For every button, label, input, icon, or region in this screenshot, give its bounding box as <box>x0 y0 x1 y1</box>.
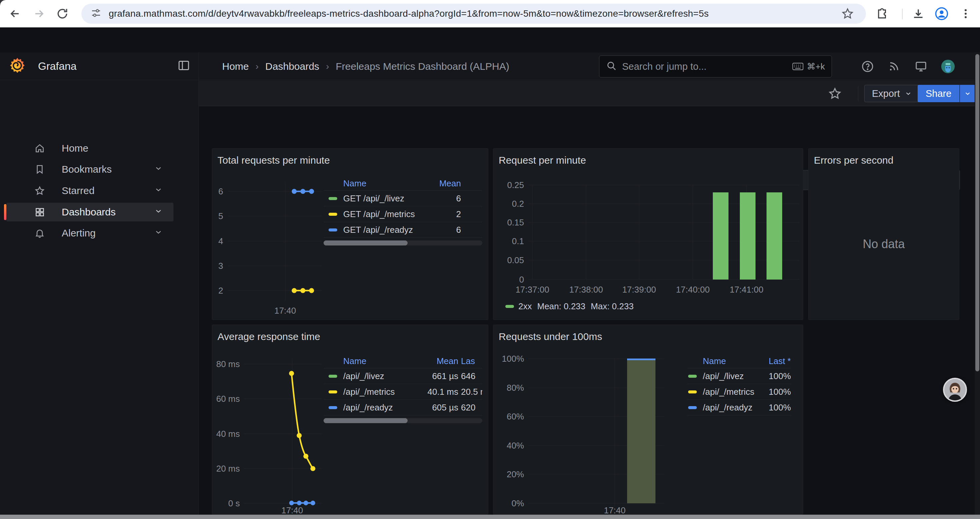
panel-average-response-time[interactable]: Average response time 80 ms 60 ms 40 ms … <box>212 325 488 515</box>
svg-text:60 ms: 60 ms <box>216 394 240 404</box>
chevron-down-icon <box>905 90 912 97</box>
sidebar-item-label: Home <box>62 143 88 154</box>
panel-total-requests[interactable]: Total requests per minute 6 5 4 3 2 17:4… <box>212 148 488 320</box>
legend-header-last[interactable]: Las <box>461 356 482 366</box>
panel-title[interactable]: Errors per second <box>814 155 893 166</box>
legend-row[interactable]: GET /api/_/readyz 6 <box>323 222 482 238</box>
forward-icon[interactable] <box>32 7 46 21</box>
legend-scrollbar[interactable] <box>323 418 482 423</box>
export-label: Export <box>872 88 900 99</box>
monitor-icon[interactable] <box>914 59 928 74</box>
svg-text:0.05: 0.05 <box>507 255 524 265</box>
panel-request-per-minute[interactable]: Request per minute 0.25 0.2 0.15 0.1 0.0… <box>493 148 803 320</box>
svg-text:80 ms: 80 ms <box>216 359 240 369</box>
reload-icon[interactable] <box>56 7 69 21</box>
legend-table: Name Mean GET /api/_/livez 6 GET /api/_/… <box>323 177 482 246</box>
bell-icon <box>34 228 45 238</box>
legend-series-label[interactable]: 2xx <box>519 301 532 311</box>
profile-avatar-icon[interactable] <box>932 5 951 23</box>
legend-row[interactable]: /api/_/metrics 100% <box>687 384 791 400</box>
legend-table: Name Mean Las /api/_/livez 661 µs 646 /a… <box>323 355 482 423</box>
sidebar-item-home[interactable]: Home <box>6 139 173 158</box>
chevron-down-icon[interactable] <box>154 185 163 196</box>
svg-text:17:37:00: 17:37:00 <box>515 284 549 295</box>
star-dashboard-icon[interactable] <box>828 86 842 101</box>
svg-text:40%: 40% <box>507 441 524 450</box>
share-button[interactable]: Share <box>918 85 975 102</box>
legend-row[interactable]: /api/_/metrics 40.1 ms 20.5 m <box>323 384 482 400</box>
panel-errors-per-second[interactable]: Errors per second No data <box>808 148 959 320</box>
series-color-swatch <box>329 375 337 378</box>
breadcrumb: Home › Dashboards › Freeleaps Metrics Da… <box>222 53 509 80</box>
dashboard-actions-bar: Export Share <box>199 80 980 106</box>
legend-row[interactable]: GET /api/_/metrics 2 <box>323 206 482 222</box>
svg-text:0.2: 0.2 <box>512 199 524 209</box>
panel-requests-under-100ms[interactable]: Requests under 100ms 100% 80% 60% 40% 20… <box>493 325 803 515</box>
back-icon[interactable] <box>8 7 22 21</box>
export-button[interactable]: Export <box>864 85 920 102</box>
legend-header-name[interactable]: Name <box>323 356 422 366</box>
chevron-down-icon[interactable] <box>154 206 163 218</box>
svg-text:0 s: 0 s <box>228 498 240 508</box>
legend-header-mean[interactable]: Mean <box>422 356 458 366</box>
series-2xx-bars <box>713 192 782 279</box>
window-corner <box>0 0 5 5</box>
legend-row[interactable]: /api/_/readyz 100% <box>687 400 791 415</box>
svg-text:6: 6 <box>218 186 223 196</box>
chevron-down-icon[interactable] <box>154 227 163 239</box>
floating-assistant-avatar[interactable] <box>943 378 967 402</box>
home-icon <box>34 143 45 153</box>
browser-menu-icon[interactable] <box>957 5 975 23</box>
scrollbar-thumb[interactable] <box>975 54 979 371</box>
breadcrumb-home[interactable]: Home <box>222 61 249 72</box>
sidebar-item-label: Starred <box>62 185 94 196</box>
page-scrollbar[interactable] <box>975 53 980 515</box>
horizontal-scrollbar[interactable] <box>0 515 980 519</box>
share-label[interactable]: Share <box>918 85 959 102</box>
sidebar-item-dashboards[interactable]: Dashboards <box>6 203 173 222</box>
svg-text:5: 5 <box>218 211 223 221</box>
svg-text:2: 2 <box>218 286 223 295</box>
legend-header-last[interactable]: Last * <box>754 356 791 366</box>
svg-text:0: 0 <box>519 275 524 284</box>
legend-row[interactable]: GET /api/_/livez 6 <box>323 191 482 206</box>
legend-row[interactable]: /api/_/livez 661 µs 646 <box>323 368 482 384</box>
grafana-logo-icon[interactable] <box>9 57 26 75</box>
svg-text:0.25: 0.25 <box>507 180 524 190</box>
sidebar-item-starred[interactable]: Starred <box>6 181 173 200</box>
breadcrumb-separator: › <box>256 61 259 72</box>
user-avatar[interactable] <box>941 59 955 74</box>
extensions-icon[interactable] <box>873 5 891 23</box>
sidebar-item-bookmarks[interactable]: Bookmarks <box>6 160 173 179</box>
legend-row[interactable]: /api/_/readyz 605 µs 620 <box>323 400 482 415</box>
sidebar-item-alerting[interactable]: Alerting <box>6 224 173 243</box>
legend-row[interactable]: /api/_/livez 100% <box>687 368 791 384</box>
legend-max: Max: 0.233 <box>591 301 634 311</box>
legend-header-name[interactable]: Name <box>323 178 424 189</box>
share-menu-chevron[interactable] <box>959 85 975 102</box>
toolbar-divider <box>902 9 903 19</box>
legend-scrollbar[interactable] <box>323 241 482 246</box>
series-color-swatch <box>329 228 337 232</box>
series-color-swatch <box>329 390 337 393</box>
search-input[interactable]: Search or jump to... ⌘+k <box>599 56 832 77</box>
breadcrumb-dashboards[interactable]: Dashboards <box>265 61 319 72</box>
site-settings-icon[interactable] <box>91 8 102 20</box>
bookmark-star-icon[interactable] <box>838 5 857 23</box>
legend-header-mean[interactable]: Mean <box>424 178 461 189</box>
news-rss-icon[interactable] <box>886 59 901 74</box>
downloads-icon[interactable] <box>909 5 927 23</box>
series-color-swatch <box>688 375 697 378</box>
help-icon[interactable] <box>860 59 875 74</box>
url-text[interactable]: grafana.mathmast.com/d/deytv4rwavabkb/fr… <box>109 8 709 19</box>
sidebar-toggle-icon[interactable] <box>177 59 191 73</box>
legend-table: Name Last * /api/_/livez 100% /api/_/met… <box>687 355 791 415</box>
chevron-down-icon[interactable] <box>154 164 163 175</box>
svg-text:17:40: 17:40 <box>274 306 296 316</box>
svg-text:17:40:00: 17:40:00 <box>676 284 710 295</box>
sidebar: Grafana Home Bookmarks Starred <box>0 53 199 515</box>
address-bar[interactable]: grafana.mathmast.com/d/deytv4rwavabkb/fr… <box>81 4 866 24</box>
legend-header-name[interactable]: Name <box>687 356 754 366</box>
svg-text:17:40: 17:40 <box>281 505 303 515</box>
series-color-swatch <box>329 213 337 216</box>
